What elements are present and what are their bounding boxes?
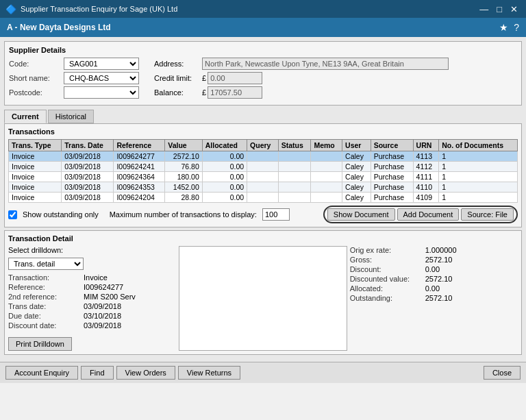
table-cell: [311, 162, 342, 172]
table-row[interactable]: Invoice03/09/2018I00962420428.800.00Cale…: [9, 193, 518, 203]
help-button[interactable]: ?: [514, 22, 519, 33]
maximize-button[interactable]: □: [494, 4, 505, 14]
minimize-button[interactable]: —: [477, 4, 491, 14]
shortname-label: Short name:: [9, 74, 64, 82]
app-header-icons[interactable]: ★ ?: [499, 22, 519, 33]
transactions-table-wrapper[interactable]: Trans. Type Trans. Date Reference Value …: [8, 139, 518, 203]
discounted-value-value: 2572.10: [425, 275, 453, 283]
table-cell: 03/09/2018: [62, 162, 114, 172]
table-cell: Purchase: [371, 151, 413, 162]
select-drilldown-label: Select drilldown:: [8, 246, 63, 254]
table-cell: Invoice: [9, 182, 62, 193]
table-cell: Purchase: [371, 162, 413, 172]
table-cell: 4113: [413, 151, 439, 162]
title-bar-controls[interactable]: — □ ✕: [477, 4, 521, 14]
drilldown-select-row: Select drilldown:: [8, 246, 176, 254]
address-field: [202, 58, 449, 70]
orig-ex-rate-value: 1.000000: [425, 246, 457, 254]
source-file-button[interactable]: Source: File: [461, 208, 514, 221]
table-cell: 4109: [413, 193, 439, 203]
star-button[interactable]: ★: [499, 22, 508, 33]
table-cell: 28.80: [165, 193, 203, 203]
transaction-detail-title: Transaction Detail: [8, 234, 518, 243]
trans-date-row: Trans date: 03/09/2018: [8, 302, 176, 310]
balance-label: Balance:: [154, 88, 202, 97]
add-document-button[interactable]: Add Document: [397, 208, 460, 221]
tabs-row[interactable]: Current Historical: [4, 110, 522, 123]
table-cell: Purchase: [371, 172, 413, 182]
table-cell: Caley: [342, 182, 371, 193]
supplier-details-section: Supplier Details Code: SAG001 Short name…: [4, 41, 522, 106]
postcode-label: Postcode:: [9, 88, 64, 97]
col-trans-type: Trans. Type: [9, 140, 62, 151]
discount-date-label: Discount date:: [8, 321, 84, 330]
table-cell: [278, 182, 311, 193]
credit-limit-row: Credit limit: £: [154, 72, 517, 84]
drilldown-select[interactable]: Trans. detail: [8, 258, 84, 270]
close-button[interactable]: ✕: [508, 4, 521, 14]
bottom-bar: Account Enquiry Find View Orders View Re…: [0, 362, 526, 383]
col-status: Status: [278, 140, 311, 151]
table-row[interactable]: Invoice03/09/2018I0096243531452.000.00Ca…: [9, 182, 518, 193]
allocated-row: Allocated: 0.00: [350, 284, 518, 293]
app-header-title: A - New Dayta Designs Ltd: [7, 23, 111, 32]
title-bar-left: 🔷 Supplier Transaction Enquiry for Sage …: [5, 4, 177, 14]
address-label: Address:: [154, 60, 202, 68]
account-enquiry-button[interactable]: Account Enquiry: [5, 366, 78, 380]
window-title: Supplier Transaction Enquiry for Sage (U…: [21, 5, 177, 13]
credit-limit-field: [208, 72, 262, 84]
table-cell: 03/09/2018: [62, 172, 114, 182]
supplier-details-grid: Code: SAG001 Short name: CHQ-BACS Postco…: [9, 58, 517, 101]
table-row[interactable]: Invoice03/09/2018I0096242772572.100.00Ca…: [9, 151, 518, 162]
col-allocated: Allocated: [202, 140, 247, 151]
col-memo: Memo: [311, 140, 342, 151]
postcode-select[interactable]: [64, 86, 139, 99]
table-cell: [278, 162, 311, 172]
table-cell: [278, 151, 311, 162]
table-cell: Caley: [342, 151, 371, 162]
ellipse-button-group: Show Document Add Document Source: File: [323, 206, 518, 223]
table-cell: [311, 193, 342, 203]
tab-current[interactable]: Current: [4, 110, 47, 123]
max-transactions-label: Maximum number of transactions to displa…: [110, 210, 257, 219]
show-outstanding-checkbox[interactable]: [8, 210, 17, 219]
table-row[interactable]: Invoice03/09/2018I00962424176.800.00Cale…: [9, 162, 518, 172]
code-select[interactable]: SAG001: [64, 58, 139, 70]
table-cell: I009624353: [114, 182, 165, 193]
shortname-select[interactable]: CHQ-BACS: [64, 72, 139, 84]
table-cell: 1: [439, 162, 518, 172]
balance-field: [208, 86, 262, 99]
app-icon: 🔷: [5, 4, 16, 14]
table-cell: 0.00: [202, 182, 247, 193]
second-reference-value: MIM S200 Serv: [84, 293, 136, 301]
detail-middle-col: [179, 246, 347, 351]
view-orders-button[interactable]: View Orders: [116, 366, 175, 380]
table-cell: [247, 182, 279, 193]
reference-label: Reference:: [8, 283, 84, 291]
close-button[interactable]: Close: [484, 366, 521, 380]
discounted-value-label: Discounted value:: [350, 275, 425, 283]
table-cell: 1: [439, 182, 518, 193]
table-row[interactable]: Invoice03/09/2018I009624364180.000.00Cal…: [9, 172, 518, 182]
find-button[interactable]: Find: [81, 366, 113, 380]
table-cell: 180.00: [165, 172, 203, 182]
action-buttons-group[interactable]: Show Document Add Document Source: File: [323, 206, 518, 223]
table-cell: Invoice: [9, 172, 62, 182]
trans-date-value: 03/09/2018: [84, 302, 121, 310]
balance-currency: £: [202, 88, 206, 97]
supplier-details-title: Supplier Details: [9, 46, 517, 54]
credit-limit-label: Credit limit:: [154, 74, 202, 82]
table-cell: 03/09/2018: [62, 151, 114, 162]
table-cell: [247, 151, 279, 162]
table-cell: I009624241: [114, 162, 165, 172]
shortname-row: Short name: CHQ-BACS: [9, 72, 146, 84]
view-returns-button[interactable]: View Returns: [178, 366, 240, 380]
due-date-row: Due date: 03/10/2018: [8, 312, 176, 320]
code-row: Code: SAG001: [9, 58, 146, 70]
max-transactions-field[interactable]: [262, 208, 290, 221]
tab-historical[interactable]: Historical: [48, 110, 94, 123]
due-date-label: Due date:: [8, 312, 84, 320]
show-document-button[interactable]: Show Document: [327, 208, 395, 221]
print-drilldown-button[interactable]: Print Drilldown: [8, 337, 72, 351]
table-cell: 4111: [413, 172, 439, 182]
